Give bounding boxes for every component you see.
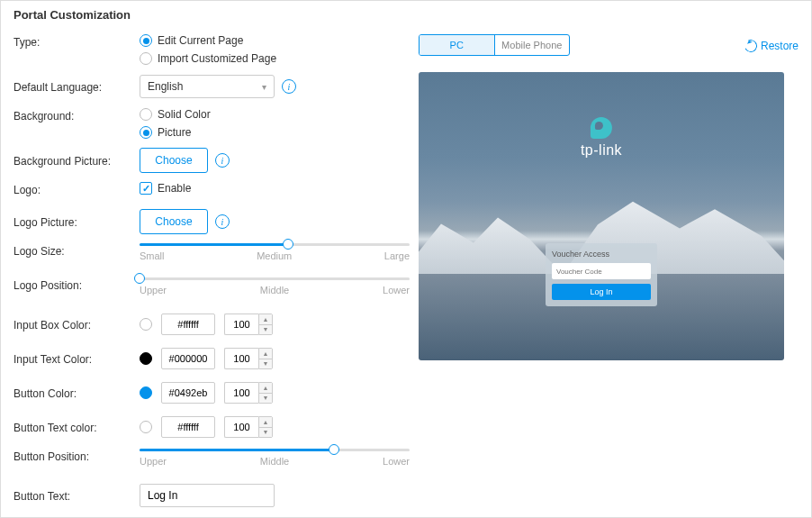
voucher-title: Voucher Access	[552, 250, 651, 259]
voucher-login-button[interactable]: Log In	[552, 284, 651, 300]
page-title: Portal Customization	[14, 8, 798, 22]
button-text-color-label: Button Text color:	[14, 420, 140, 434]
slider-thumb[interactable]	[329, 444, 339, 455]
preview-canvas: tp-link Voucher Access Log In	[419, 72, 784, 360]
slider-mid: Medium	[257, 250, 292, 261]
default-language-label: Default Language:	[14, 79, 140, 94]
button-text-color-hex[interactable]	[161, 416, 215, 438]
checkbox-label: Enable	[158, 182, 191, 195]
input-text-color-pct[interactable]	[224, 348, 258, 369]
logo-position-label: Logo Position:	[14, 277, 140, 292]
voucher-code-input[interactable]	[552, 263, 651, 279]
radio-label: Edit Current Page	[158, 34, 243, 47]
voucher-panel: Voucher Access Log In	[546, 243, 657, 306]
input-text-color-label: Input Text Color:	[14, 351, 140, 366]
select-value: English	[148, 80, 183, 93]
logo-label: Logo:	[14, 182, 140, 196]
step-down[interactable]: ▼	[259, 359, 272, 369]
logo-position-slider[interactable]	[140, 277, 410, 280]
info-icon[interactable]: i	[282, 79, 296, 94]
step-up[interactable]: ▲	[259, 314, 272, 325]
color-swatch[interactable]	[140, 352, 152, 365]
restore-button[interactable]: Restore	[744, 40, 798, 52]
button-text-label: Button Text:	[14, 488, 140, 503]
slider-mid: Middle	[260, 456, 289, 467]
radio-label: Solid Color	[158, 108, 211, 121]
step-up[interactable]: ▲	[259, 349, 272, 359]
button-color-hex[interactable]	[161, 382, 215, 404]
color-swatch[interactable]	[140, 386, 152, 399]
step-down[interactable]: ▼	[259, 428, 272, 438]
brand-logo: tp-link	[581, 117, 622, 159]
step-up[interactable]: ▲	[259, 383, 272, 394]
input-box-color-pct[interactable]	[224, 314, 258, 335]
slider-min: Upper	[140, 285, 167, 295]
radio-label: Import Customized Page	[158, 52, 276, 65]
tab-pc[interactable]: PC	[420, 35, 495, 55]
tab-mobile[interactable]: Mobile Phone	[495, 35, 570, 55]
logo-size-slider[interactable]	[140, 243, 410, 246]
step-down[interactable]: ▼	[259, 325, 272, 335]
slider-max: Large	[384, 250, 410, 261]
slider-min: Upper	[140, 456, 167, 467]
brand-name: tp-link	[581, 142, 622, 159]
color-swatch[interactable]	[140, 318, 152, 331]
chevron-down-icon: ▾	[262, 82, 266, 92]
preview-panel: PC Mobile Phone Restore tp-link Voucher …	[410, 34, 798, 518]
background-solid-radio[interactable]: Solid Color	[140, 108, 410, 121]
info-icon[interactable]: i	[215, 214, 230, 229]
slider-max: Lower	[383, 285, 410, 295]
button-color-pct[interactable]	[224, 382, 258, 404]
slider-mid: Middle	[260, 285, 289, 295]
step-up[interactable]: ▲	[259, 417, 272, 428]
type-edit-current-radio[interactable]: Edit Current Page	[140, 34, 410, 47]
type-import-custom-radio[interactable]: Import Customized Page	[140, 52, 410, 65]
restore-icon	[743, 38, 759, 54]
step-down[interactable]: ▼	[259, 394, 272, 404]
logo-picture-label: Logo Picture:	[14, 214, 140, 229]
language-select[interactable]: English ▾	[140, 75, 275, 98]
info-icon[interactable]: i	[215, 153, 230, 168]
background-picture-radio[interactable]: Picture	[140, 126, 410, 139]
tplink-icon	[591, 117, 612, 139]
type-label: Type:	[14, 34, 140, 49]
form-panel: Type: Edit Current Page Import Customize…	[14, 34, 410, 518]
background-picture-label: Background Picture:	[14, 153, 140, 168]
button-color-label: Button Color:	[14, 386, 140, 400]
color-swatch[interactable]	[140, 421, 152, 433]
radio-label: Picture	[158, 126, 191, 139]
slider-max: Lower	[383, 456, 410, 467]
logo-choose-button[interactable]: Choose	[140, 209, 208, 234]
input-box-color-label: Input Box Color:	[14, 317, 140, 332]
slider-thumb[interactable]	[134, 273, 145, 284]
input-text-color-hex[interactable]	[161, 348, 215, 369]
input-box-color-hex[interactable]	[161, 314, 215, 335]
button-text-color-pct[interactable]	[224, 416, 258, 438]
logo-enable-checkbox[interactable]: ✓ Enable	[140, 182, 410, 195]
slider-thumb[interactable]	[283, 239, 293, 250]
logo-size-label: Logo Size:	[14, 243, 140, 258]
button-text-input[interactable]	[140, 484, 275, 507]
restore-label: Restore	[761, 40, 798, 52]
background-choose-button[interactable]: Choose	[140, 148, 208, 173]
slider-min: Small	[140, 250, 165, 261]
button-position-slider[interactable]	[140, 449, 410, 451]
button-position-label: Button Position:	[14, 449, 140, 463]
background-label: Background:	[14, 108, 140, 123]
